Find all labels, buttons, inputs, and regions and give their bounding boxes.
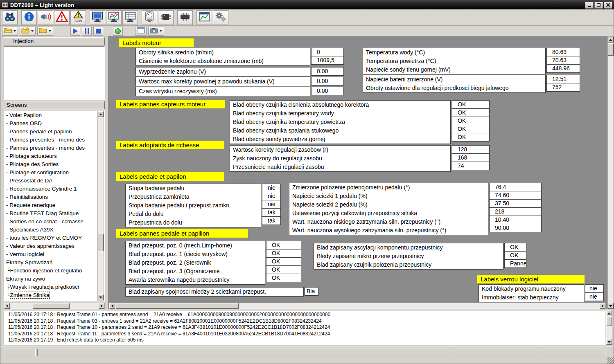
announce-button[interactable] xyxy=(38,10,53,25)
richesse-values: 12816874 xyxy=(452,145,490,170)
screens-list-item[interactable]: └Fonction injection et regulatio xyxy=(5,267,97,275)
log-vscrollbar[interactable] xyxy=(606,310,612,345)
close-button[interactable] xyxy=(604,2,612,9)
snapshot-button[interactable] xyxy=(148,27,164,36)
screens-list-item[interactable]: - tous les REGMOY et CLMOY xyxy=(5,234,97,242)
screens-list-item[interactable]: └Zmienne Silnika xyxy=(5,291,97,299)
field-value: 70.63 xyxy=(546,56,580,65)
screens-list-item[interactable]: - Pressostat de DA xyxy=(5,177,97,185)
screens-list-item[interactable]: - Specificities A39X xyxy=(5,226,97,234)
screens-list-item-label: Volet Papilon xyxy=(9,112,42,118)
screens-list-item[interactable]: Ekrany Sprawdzań xyxy=(5,258,97,267)
pannes-pedale-extra-label: Blad zapisany spojnosci miedzy 2 sciezka… xyxy=(125,287,304,297)
screens-list-item[interactable]: - Verrou logiciel xyxy=(5,250,97,258)
gauge-button[interactable] xyxy=(142,10,157,25)
screens-list-item[interactable]: - Sorties en co-ccbat - ccmasse xyxy=(5,218,97,226)
moteur-labels-c: Wartosc max korekty powolnej z powodu st… xyxy=(135,77,310,86)
stop-button[interactable] xyxy=(93,27,103,36)
scroll-right-button[interactable] xyxy=(99,303,104,309)
scroll-thumb[interactable] xyxy=(606,317,612,326)
field-value: Bla xyxy=(305,287,318,296)
new-file-button[interactable] xyxy=(20,27,36,36)
scroll-up-button[interactable] xyxy=(98,111,104,117)
screens-list-item-label: Valeur des apprentissages xyxy=(9,243,74,249)
folder-button[interactable] xyxy=(37,27,53,36)
scroll-left-button[interactable] xyxy=(4,303,10,309)
scroll-thumb[interactable] xyxy=(116,303,239,309)
screens-list-item[interactable]: - Pannes pedale et papilon xyxy=(5,128,97,136)
main-screen-area: Labels moteur Obroty silnika srednio (tr… xyxy=(108,36,607,309)
screens-list-item[interactable]: - Pilotage actuateurs xyxy=(5,152,97,160)
field-value: nie xyxy=(262,200,281,209)
arrow-up-icon xyxy=(99,113,102,115)
memory-chip-button[interactable] xyxy=(177,10,193,25)
ecu-chip-button[interactable] xyxy=(158,10,174,25)
screens-list-item[interactable]: - Routine TEST Diag Statique xyxy=(5,209,97,218)
screens-list-item[interactable]: - Pilotage et configuration xyxy=(5,169,97,177)
alert-button[interactable] xyxy=(54,10,70,25)
info-button[interactable] xyxy=(21,10,37,25)
screens-list-item[interactable]: - Reconnaissance Cylindre 1 xyxy=(5,185,97,193)
scroll-thumb[interactable] xyxy=(608,43,614,56)
screens-list-item[interactable]: - Pannes presentes - memo des xyxy=(5,144,97,152)
scroll-thumb[interactable] xyxy=(33,303,70,309)
scroll-down-button[interactable] xyxy=(98,294,104,300)
sidebar-hscrollbar[interactable] xyxy=(4,303,105,309)
minimize-button[interactable] xyxy=(585,2,594,9)
screens-list-item[interactable]: - Pilotage des Sorties xyxy=(5,160,97,169)
gauge-icon xyxy=(143,11,156,25)
play-button[interactable] xyxy=(70,27,80,36)
field-label: Obroty silnika srednio (tr/min) xyxy=(136,48,310,57)
scroll-up-button[interactable] xyxy=(608,37,614,43)
scroll-down-button[interactable] xyxy=(608,303,614,309)
maximize-button[interactable] xyxy=(594,2,603,9)
tree-prefix: └ xyxy=(6,292,10,298)
moteur-values-d: 0.00 xyxy=(311,87,344,95)
arrow-down-icon xyxy=(99,297,102,299)
field-value: 74 xyxy=(452,162,490,170)
screens-list-item[interactable]: - Pannes presentes - memo des xyxy=(5,136,97,144)
screens-list-item[interactable]: ├Wtrysk i regulacja prędkości xyxy=(5,283,97,291)
open-file-button[interactable] xyxy=(2,27,18,36)
pause-button[interactable] xyxy=(82,27,92,36)
tree-prefix: - xyxy=(6,243,9,249)
screens-list-item[interactable]: - Requete renerique xyxy=(5,201,97,209)
screens-list-item[interactable]: - Pannes OBD xyxy=(5,119,97,128)
field-label: Napiecie baterii zmierzone (V) xyxy=(363,75,545,84)
graph-screen-button[interactable] xyxy=(106,10,122,25)
content-hscrollbar[interactable] xyxy=(109,303,606,309)
screens-list-item[interactable]: - Valeur des apprentissages xyxy=(5,242,97,250)
settings-button[interactable] xyxy=(213,10,228,25)
field-value: OK xyxy=(266,274,301,282)
field-label: Blad zapisany ascylacji komponentu przep… xyxy=(314,243,503,252)
screens-list-item-label: Fonction injection et regulatio xyxy=(10,267,82,274)
scroll-right-button[interactable] xyxy=(600,303,605,309)
screen-button[interactable] xyxy=(90,10,105,25)
window-layout-button[interactable] xyxy=(135,27,147,36)
scroll-down-button[interactable] xyxy=(606,339,612,345)
pannes-pedale-left-labels: Blad przepust. poz. 0 (mech.Limp-home)Bl… xyxy=(125,241,265,285)
field-label: Ustawienie pozycji calkowitej przepustni… xyxy=(289,209,488,218)
pannes-pedale-extra-value: Bla xyxy=(305,287,318,296)
tree-prefix: - xyxy=(6,210,9,216)
field-value: tak xyxy=(262,208,281,217)
scroll-left-button[interactable] xyxy=(109,303,115,309)
screens-list-item-label: Pannes presentes - memo des xyxy=(9,145,85,151)
screens-list-item[interactable]: Ekrany na żywo xyxy=(5,275,97,283)
record-button[interactable] xyxy=(113,27,123,36)
screens-list-vscrollbar[interactable] xyxy=(97,111,104,301)
screens-list-item-label: Pannes pedale et papilon xyxy=(9,128,72,135)
content-vscrollbar[interactable] xyxy=(607,36,614,309)
scroll-up-button[interactable] xyxy=(606,310,612,316)
resize-grip[interactable] xyxy=(607,357,614,364)
table-screen-button[interactable] xyxy=(122,10,138,25)
field-value: OK xyxy=(452,133,490,142)
screens-list-item[interactable]: - Volet Papilon xyxy=(5,111,97,119)
search-button[interactable] xyxy=(2,10,18,25)
can-alert-button[interactable]: CAN xyxy=(70,10,86,25)
field-value: OK xyxy=(452,108,490,117)
field-label: Awaria sterownika napędu przepustnicy xyxy=(126,276,265,284)
scroll-thumb[interactable] xyxy=(98,234,104,251)
chart-window-button[interactable] xyxy=(196,10,212,25)
screens-list-item[interactable]: - Reinitialisations xyxy=(5,193,97,201)
